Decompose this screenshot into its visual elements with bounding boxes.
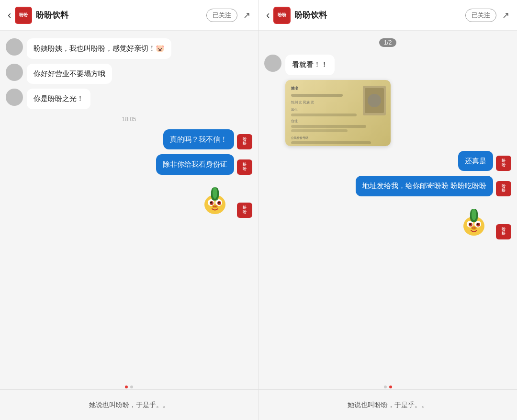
right-sticker: 盼盼	[264, 201, 511, 239]
left-follow-button[interactable]: 已关注	[206, 9, 237, 22]
right-header: ‹ 盼盼 盼盼饮料 已关注 ↗	[258, 0, 517, 31]
right-title: 盼盼饮料	[294, 10, 465, 21]
right-sticker-brand-icon: 盼盼	[496, 224, 511, 239]
right-dot-2	[389, 386, 392, 388]
right-id-photo-inner	[365, 88, 384, 113]
left-brand-icon-text-1: 盼盼	[243, 137, 247, 146]
left-msg-3: 你是盼盼之光！	[6, 89, 215, 109]
right-avatar-1	[264, 55, 281, 72]
svg-point-18	[469, 223, 471, 225]
right-follow-button[interactable]: 已关注	[465, 9, 496, 22]
right-brand-icon-2: 盼盼	[496, 181, 511, 196]
right-id-name-bar	[291, 94, 343, 97]
svg-point-12	[213, 187, 217, 199]
left-pineapple-sticker	[196, 180, 234, 218]
left-sent-bubble-2: 除非你给我看身份证	[156, 154, 234, 175]
svg-point-20	[471, 226, 477, 230]
left-panel: ‹ 盼盼 盼盼饮料 已关注 ↗ 盼姨盼姨，我也叫盼盼，感觉好亲切！🐷 你好好营业…	[0, 0, 258, 420]
right-dot-indicator	[258, 383, 517, 389]
right-bottom-caption: 她说也叫盼盼，于是乎。。	[348, 401, 428, 409]
left-sent-2: 除非你给我看身份证 盼盼	[6, 154, 252, 175]
right-id-number-label: 公民身份号码	[291, 136, 385, 140]
right-dot-1	[384, 386, 387, 388]
right-id-card: 姓名 性别 女 民族 汉 出生 住址 公民身份号码	[285, 80, 391, 146]
right-sticker-brand-text: 盼盼	[502, 227, 506, 236]
right-bubble-1: 看就看！！	[285, 55, 335, 75]
right-sent-bubble-1: 还真是	[458, 151, 493, 171]
left-sent-1: 真的吗？我不信！ 盼盼	[6, 129, 252, 150]
left-sticker-brand-icon: 盼盼	[237, 203, 252, 218]
left-bottom-caption: 她说也叫盼盼，于是乎。。	[89, 401, 169, 409]
right-sent-bubble-2: 地址发给我，给你邮寄盼盼 盼盼吃盼盼	[356, 176, 493, 196]
right-back-button[interactable]: ‹	[266, 9, 270, 22]
left-chat-content: 盼姨盼姨，我也叫盼盼，感觉好亲切！🐷 你好好营业不要塌方哦 你是盼盼之光！ 18…	[0, 31, 258, 383]
right-brand-icon-text-2: 盼盼	[502, 184, 506, 193]
right-id-birth-bar	[291, 114, 357, 116]
left-dot-1	[125, 386, 128, 388]
left-logo: 盼盼	[15, 7, 32, 24]
svg-point-6	[218, 202, 220, 204]
right-page-badge-wrapper: 1/2	[264, 38, 511, 47]
right-brand-icon-text-1: 盼盼	[502, 159, 506, 168]
svg-point-8	[214, 205, 215, 207]
svg-point-19	[477, 223, 479, 225]
right-msg-1: 看就看！！	[264, 55, 474, 75]
left-share-icon[interactable]: ↗	[243, 10, 250, 21]
left-bubble-3: 你是盼盼之光！	[27, 89, 90, 109]
left-sticker-brand-text: 盼盼	[243, 206, 247, 215]
right-id-address-label: 住址	[291, 119, 385, 124]
svg-point-21	[472, 227, 474, 228]
right-panel: ‹ 盼盼 盼盼饮料 已关注 ↗ 1/2 看就看！！ 姓名 性别 女 民族 汉	[258, 0, 517, 420]
right-sent-2: 地址发给我，给你邮寄盼盼 盼盼吃盼盼 盼盼	[264, 176, 511, 196]
left-bottom-bar: 她说也叫盼盼，于是乎。。	[0, 389, 258, 420]
right-id-face-blur	[368, 94, 381, 107]
right-id-card-wrapper: 姓名 性别 女 民族 汉 出生 住址 公民身份号码	[285, 80, 511, 146]
svg-point-9	[215, 205, 217, 207]
right-id-photo	[363, 86, 386, 115]
left-brand-icon-1: 盼盼	[237, 134, 252, 149]
left-timestamp: 18:05	[6, 116, 252, 123]
right-page-badge: 1/2	[379, 38, 397, 47]
left-avatar-2	[6, 64, 23, 81]
right-id-number-bar	[291, 141, 371, 144]
right-sent-1: 还真是 盼盼	[264, 151, 511, 171]
left-brand-icon-text-2: 盼盼	[243, 163, 247, 171]
left-msg-1: 盼姨盼姨，我也叫盼盼，感觉好亲切！🐷	[6, 38, 215, 59]
left-logo-text: 盼盼	[19, 13, 28, 17]
left-header: ‹ 盼盼 盼盼饮料 已关注 ↗	[0, 0, 258, 31]
right-bottom-bar: 她说也叫盼盼，于是乎。。	[258, 389, 517, 420]
left-sticker: 盼盼	[6, 180, 252, 218]
left-dot-2	[130, 386, 133, 388]
right-share-icon[interactable]: ↗	[502, 10, 509, 21]
svg-point-7	[212, 204, 218, 208]
right-id-addr-bar2	[291, 129, 348, 132]
left-brand-icon-2: 盼盼	[237, 159, 252, 175]
right-pineapple-sticker	[455, 201, 493, 239]
left-avatar-3	[6, 89, 23, 106]
right-chat-content: 1/2 看就看！！ 姓名 性别 女 民族 汉 出生 住址 公民身份号码	[258, 31, 517, 383]
svg-point-5	[210, 202, 212, 204]
svg-point-22	[474, 227, 476, 228]
left-sent-bubble-1: 真的吗？我不信！	[163, 129, 234, 150]
left-avatar-1	[6, 38, 23, 56]
right-brand-icon-1: 盼盼	[496, 156, 511, 171]
left-dot-indicator	[0, 383, 258, 389]
right-logo: 盼盼	[273, 7, 291, 24]
left-bubble-1: 盼姨盼姨，我也叫盼盼，感觉好亲切！🐷	[27, 38, 171, 59]
left-msg-2: 你好好营业不要塌方哦	[6, 64, 215, 84]
svg-point-25	[472, 209, 476, 220]
left-title: 盼盼饮料	[36, 10, 206, 21]
right-id-addr-bar1	[291, 125, 366, 128]
left-back-button[interactable]: ‹	[8, 9, 11, 22]
right-logo-text: 盼盼	[278, 13, 286, 17]
left-bubble-2: 你好好营业不要塌方哦	[27, 64, 112, 84]
